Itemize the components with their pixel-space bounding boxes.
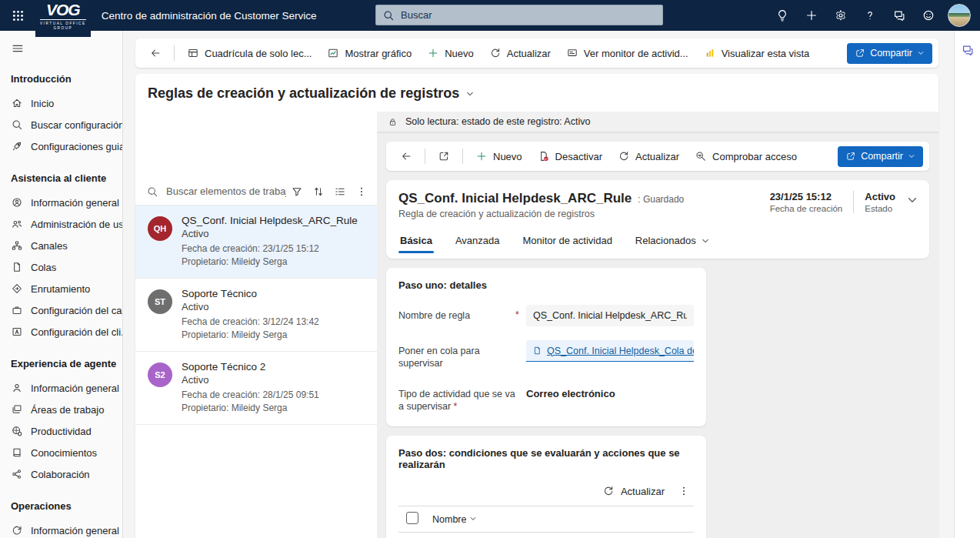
chevron-down-icon: [908, 152, 915, 160]
briefcase-icon: [11, 304, 23, 316]
list-more-button[interactable]: [351, 181, 372, 202]
plus-icon: [475, 150, 488, 162]
list-item[interactable]: ST Soporte Técnico Activo Fecha de creac…: [135, 279, 377, 352]
record-new-button[interactable]: Nuevo: [468, 145, 530, 167]
record-detail-panel: Solo lectura: estado de este registro: A…: [377, 112, 938, 538]
divider: [853, 191, 854, 213]
activity-monitor-button[interactable]: Ver monitor de activid...: [558, 42, 696, 64]
create-new-button[interactable]: [797, 0, 826, 31]
sidebar-item-configuracion-caso[interactable]: Configuración del caso: [11, 299, 122, 321]
tab-relacionados[interactable]: Relacionados: [634, 230, 712, 253]
smiley-icon: [922, 8, 935, 22]
view-command-bar: Cuadrícula de solo lec... Mostrar gráfic…: [135, 38, 938, 68]
sidebar-item-informacion-general-operaciones[interactable]: Información general: [11, 520, 122, 538]
filter-button[interactable]: [286, 181, 308, 202]
work-items-search-input[interactable]: [166, 185, 286, 197]
customer-settings-icon: [11, 326, 23, 338]
view-options-button[interactable]: [329, 181, 351, 202]
lock-icon: [388, 117, 398, 127]
table-row[interactable]: QS_Conf. Inicial Helpdesk_ARC_Condition: [398, 533, 694, 538]
ellipsis-icon: [355, 185, 368, 198]
global-search-box[interactable]: [375, 5, 663, 25]
sync-icon: [11, 524, 23, 536]
sidebar-item-enrutamiento[interactable]: Enrutamiento: [11, 278, 122, 299]
user-avatar[interactable]: [948, 4, 971, 27]
step-one-card: Paso uno: detalles Nombre de regla * Pon…: [386, 268, 706, 426]
sidebar-item-inicio[interactable]: Inicio: [11, 92, 122, 114]
queue-lookup-field[interactable]: QS_Conf. Inicial Helpdesk_Cola de corre.…: [526, 340, 694, 362]
sidebar-item-colaboracion[interactable]: Colaboración: [11, 463, 122, 485]
queue-icon: [11, 261, 23, 273]
deactivate-button[interactable]: Desactivar: [530, 145, 610, 167]
teams-chat-icon[interactable]: [961, 43, 975, 57]
help-button[interactable]: [855, 0, 885, 31]
sidebar-item-informacion-general-asistencia[interactable]: Información general: [11, 192, 122, 213]
sitemap-toggle-button[interactable]: [11, 42, 122, 58]
smiley-feedback-button[interactable]: [914, 0, 943, 31]
avatar: ST: [148, 289, 172, 314]
divider: [462, 149, 463, 164]
settings-button[interactable]: [826, 0, 855, 31]
popout-button[interactable]: [430, 145, 458, 167]
sidebar-item-colas[interactable]: Colas: [11, 256, 122, 278]
select-all-checkbox[interactable]: [406, 512, 418, 524]
read-only-grid-button[interactable]: Cuadrícula de solo lec...: [179, 42, 319, 64]
app-launcher-button[interactable]: [0, 0, 35, 31]
nav-section-operaciones: Operaciones: [11, 500, 122, 512]
divider: [174, 45, 175, 61]
sidebar-item-configuracion-cliente[interactable]: Configuración del cli...: [11, 321, 122, 343]
search-icon: [146, 185, 158, 198]
list-search-row: [135, 178, 377, 206]
tab-basica[interactable]: Básica: [398, 230, 434, 253]
new-button[interactable]: Nuevo: [419, 42, 482, 64]
visualize-view-button[interactable]: Visualizar esta vista: [696, 42, 818, 64]
productivity-icon: [11, 425, 23, 437]
subgrid-refresh-button[interactable]: Actualizar: [596, 485, 671, 497]
list-item[interactable]: QH QS_Conf. Inicial Helpdesk_ARC_Rule Ac…: [135, 206, 377, 279]
sort-button[interactable]: [308, 181, 329, 202]
list-item[interactable]: S2 Soporte Técnico 2 Activo Fecha de cre…: [135, 352, 377, 425]
refresh-button[interactable]: Actualizar: [482, 42, 558, 64]
feedback-button[interactable]: [885, 0, 914, 31]
org-logo: VOG VIRTUAL OFFICE GROUP: [35, 0, 91, 37]
rule-name-input[interactable]: [526, 305, 694, 326]
deactivate-icon: [538, 150, 550, 162]
global-search-input[interactable]: [401, 9, 656, 21]
record-back-button[interactable]: [392, 145, 420, 167]
person-icon: [11, 382, 23, 394]
sidebar-item-administracion-usuarios[interactable]: Administración de us...: [11, 213, 122, 235]
saved-status: : Guardado: [638, 194, 684, 205]
status-value: Activo: [865, 191, 895, 202]
sidebar-item-configuraciones-guiadas[interactable]: Configuraciones guia...: [11, 135, 122, 157]
activity-type-value: Correo electrónico: [526, 383, 694, 399]
tab-monitor-actividad[interactable]: Monitor de actividad: [522, 230, 614, 253]
show-chart-button[interactable]: Mostrar gráfico: [319, 42, 419, 64]
subgrid-more-button[interactable]: [674, 481, 694, 501]
header-collapse-chevron-icon[interactable]: [906, 194, 918, 206]
status-label: Estado: [865, 204, 895, 213]
required-asterisk: *: [515, 305, 526, 326]
overview-icon: [11, 196, 23, 209]
sidebar-item-areas-trabajo[interactable]: Áreas de trabajo: [11, 399, 122, 420]
view-selector-chevron-icon[interactable]: [465, 89, 475, 99]
record-refresh-button[interactable]: Actualizar: [610, 145, 687, 167]
tab-avanzada[interactable]: Avanzada: [454, 230, 502, 253]
sidebar-item-productividad[interactable]: Productividad: [11, 420, 122, 442]
share-button[interactable]: Compartir: [847, 43, 932, 64]
waffle-icon: [12, 9, 25, 22]
help-tips-button[interactable]: [768, 0, 797, 31]
back-button[interactable]: [142, 42, 169, 64]
grid-icon: [187, 47, 199, 59]
sidebar-item-informacion-general-agente[interactable]: Información general: [11, 377, 122, 399]
record-tabs: Básica Avanzada Monitor de actividad Rel…: [398, 230, 917, 253]
sidebar-item-buscar-configuracion[interactable]: Buscar configuración...: [11, 114, 122, 135]
record-share-button[interactable]: Compartir: [838, 146, 923, 167]
queue-label: Poner en cola para supervisar: [398, 340, 515, 369]
refresh-icon: [618, 150, 630, 162]
check-access-button[interactable]: Comprobar acceso: [687, 145, 805, 167]
sidebar-item-canales[interactable]: Canales: [11, 235, 122, 256]
column-header-nombre[interactable]: Nombre: [432, 514, 477, 525]
queue-link[interactable]: QS_Conf. Inicial Helpdesk_Cola de corre.…: [547, 346, 694, 356]
sidebar-item-conocimientos[interactable]: Conocimientos: [11, 442, 122, 463]
step-one-title: Paso uno: detalles: [398, 279, 694, 291]
